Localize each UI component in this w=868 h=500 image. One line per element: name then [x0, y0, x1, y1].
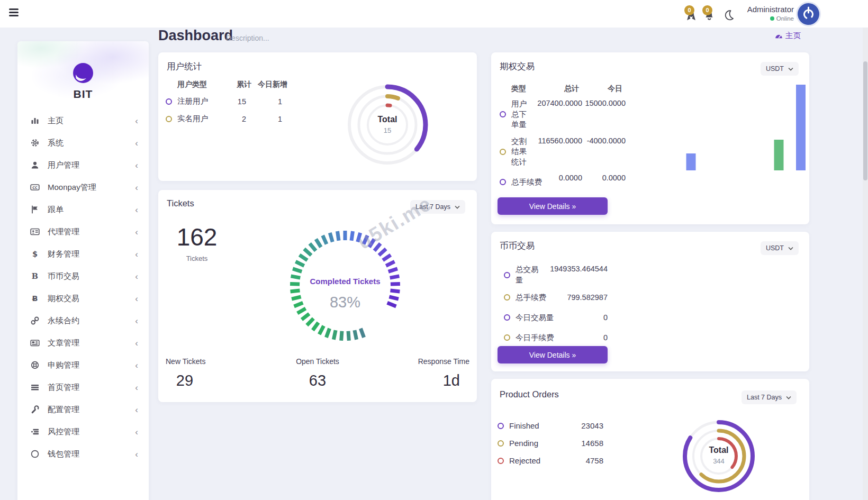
tickets-stat: Response Time 1d [368, 357, 469, 389]
user-menu[interactable]: Administrator Online [737, 4, 794, 24]
sidebar-item-system[interactable]: 系统 ‹ [17, 132, 149, 154]
sidebar-item-subscription[interactable]: 申购管理 ‹ [17, 354, 149, 376]
sidebar-item-spot[interactable]: B 币币交易 ‹ [17, 265, 149, 287]
row-label: 用户总下单量 [511, 99, 529, 130]
svg-text:Ƀ: Ƀ [32, 294, 38, 303]
card-title: Tickets [167, 198, 194, 208]
col-header: 累计 [222, 80, 251, 89]
table-row: 总手续费 799.582987 [504, 287, 608, 307]
dark-mode-moon-icon[interactable] [723, 9, 735, 21]
sidebar-item-risk[interactable]: 风控管理 ‹ [17, 421, 149, 443]
stat-value: 29 [166, 372, 204, 389]
row-value: 4758 [558, 456, 603, 465]
card-title: 币币交易 [500, 240, 535, 252]
sidebar-item-config[interactable]: 配置管理 ‹ [17, 398, 149, 421]
notification-bell-icon[interactable]: 0 [702, 5, 716, 23]
sidebar-item-label: 财务管理 [48, 249, 135, 259]
sidebar-item-finance[interactable]: $ 财务管理 ‹ [17, 243, 149, 265]
sidebar-item-label: 用户管理 [48, 160, 135, 170]
chevron-left-icon: ‹ [135, 383, 138, 392]
user-stats-table: 用户类型 累计 今日新增 注册用户 15 1 实名用户 2 1 [166, 77, 314, 128]
chevron-left-icon: ‹ [135, 428, 138, 437]
spot-currency-select[interactable]: USDT [761, 241, 799, 255]
life-ring-icon [30, 360, 41, 370]
sidebar-item-label: 钱包管理 [48, 449, 135, 459]
sidebar-item-label: 期权交易 [48, 294, 135, 304]
page-description: Description... [226, 34, 269, 42]
table-header: 用户类型 累计 今日新增 [166, 77, 314, 93]
brand-logo[interactable] [73, 62, 94, 84]
stat-label: Response Time [368, 357, 469, 366]
orders-range-select[interactable]: Last 7 Days [742, 390, 797, 404]
sidebar-item-label: 首页管理 [48, 383, 135, 393]
completed-tickets-gauge-chart [282, 222, 409, 349]
row-total: 207400.0000 [529, 99, 582, 107]
product-orders-card: Product Orders Last 7 Days Finished 2304… [491, 379, 809, 500]
sidebar-item-label: 币币交易 [48, 271, 135, 281]
card-title: Product Orders [500, 389, 559, 399]
hamburger-menu-icon[interactable] [9, 8, 20, 19]
notification-count-badge: 0 [702, 5, 712, 15]
dollar-icon: $ [30, 249, 41, 259]
series-marker [504, 314, 510, 321]
row-today: 0.0000 [582, 174, 626, 182]
sidebar-item-perpetual[interactable]: 永续合约 ‹ [17, 310, 149, 332]
letter-b-icon: B [30, 271, 41, 281]
spot-view-details-button[interactable]: View Details » [498, 346, 608, 363]
table-row: 实名用户 2 1 [166, 110, 314, 128]
sidebar-item-users[interactable]: 用户管理 ‹ [17, 154, 149, 176]
scrollbar-thumb[interactable] [863, 61, 867, 180]
sidebar-item-wallet[interactable]: 钱包管理 ‹ [17, 443, 149, 465]
table-row: Pending 14658 [498, 434, 603, 452]
sidebar-item-label: 申购管理 [48, 360, 135, 370]
chevron-left-icon: ‹ [135, 250, 138, 259]
col-header: 类型 [511, 84, 541, 94]
row-total: 116560.0000 [529, 137, 582, 145]
row-value: 1949353.464544 [543, 265, 608, 273]
options-view-details-button[interactable]: View Details » [498, 197, 608, 215]
scrollbar-track[interactable] [863, 28, 868, 500]
stat-label: New Tickets [166, 357, 267, 366]
sidebar-item-agents[interactable]: 代理管理 ‹ [17, 221, 149, 243]
series-marker [500, 179, 506, 185]
user-icon [30, 160, 41, 170]
sidebar-item-articles[interactable]: 文章管理 ‹ [17, 332, 149, 354]
row-value: 799.582987 [566, 293, 608, 302]
series-marker [498, 440, 504, 447]
flag-icon [30, 205, 41, 214]
user-stats-card: 用户统计 用户类型 累计 今日新增 注册用户 15 1 实名用户 2 1 Tot… [158, 52, 477, 181]
chevron-down-icon [788, 247, 793, 250]
brand-name: BIT [17, 88, 149, 101]
bitcoin-icon: Ƀ [30, 294, 41, 303]
newspaper-icon [30, 338, 41, 348]
svg-text:CC: CC [32, 186, 38, 190]
gauge-label: Completed Tickets [292, 277, 398, 286]
sidebar-menu: 主页 ‹ 系统 ‹ 用户管理 ‹ CC Moonpay管理 ‹ 跟单 ‹ 代理管… [17, 110, 149, 465]
tickets-card: Tickets Last 7 Days 162 Tickets Complete… [158, 190, 477, 402]
tickets-range-select[interactable]: Last 7 Days [410, 200, 465, 214]
spot-stats-table: 总交易量 1949353.464544 总手续费 799.582987 今日交易… [504, 262, 608, 348]
sidebar-item-label: 跟单 [48, 205, 135, 215]
sidebar-item-moonpay[interactable]: CC Moonpay管理 ‹ [17, 176, 149, 198]
chevron-down-icon [786, 396, 791, 399]
chevron-down-icon [455, 205, 460, 209]
stat-value: 1d [368, 372, 469, 389]
series-marker [498, 458, 504, 464]
table-row: 今日手续费 0 [504, 328, 608, 348]
avatar[interactable] [798, 3, 819, 25]
row-today: 1 [246, 97, 282, 106]
gauge-percent: 83% [292, 294, 398, 311]
chevron-left-icon: ‹ [135, 316, 138, 325]
sidebar-item-copy-trading[interactable]: 跟单 ‹ [17, 198, 149, 221]
tachometer-icon [775, 32, 783, 39]
sidebar-item-options[interactable]: Ƀ 期权交易 ‹ [17, 287, 149, 310]
row-label: 今日手续费 [516, 333, 566, 343]
notification-award-icon[interactable]: 0 [684, 5, 698, 23]
options-currency-select[interactable]: USDT [761, 62, 799, 76]
sidebar-item-home[interactable]: 主页 ‹ [17, 110, 149, 132]
sidebar-item-homepage[interactable]: 首页管理 ‹ [17, 376, 149, 398]
chevron-left-icon: ‹ [135, 339, 138, 348]
table-row: 总交易量 1949353.464544 [504, 262, 608, 287]
row-label: Finished [509, 421, 558, 430]
breadcrumb[interactable]: 主页 [740, 31, 801, 41]
